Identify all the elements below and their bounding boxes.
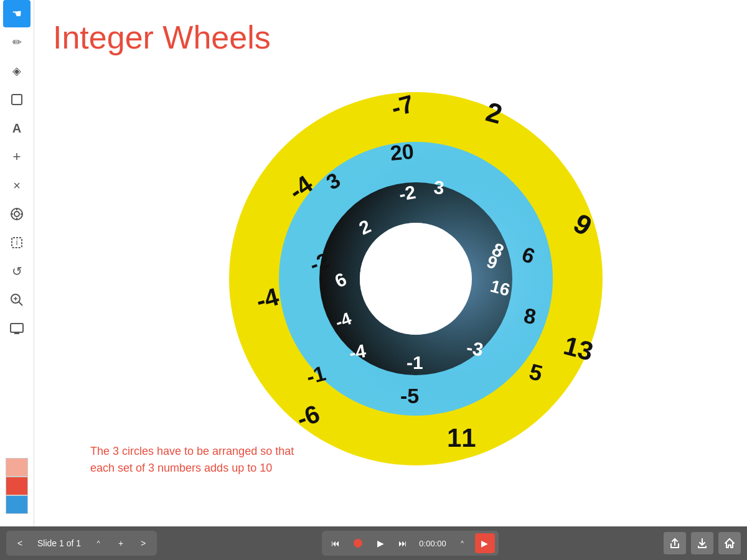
svg-text:11: 11	[447, 423, 476, 452]
target-tool-button[interactable]	[3, 200, 31, 228]
rewind-button[interactable]: ⏮	[326, 533, 345, 553]
svg-line-10	[19, 302, 22, 306]
pen-tool-button[interactable]: ✏	[3, 29, 31, 56]
close-tool-button[interactable]: ×	[3, 172, 31, 199]
shape-icon	[11, 93, 23, 106]
integer-wheels-svg: -7 2 9 13 11 -6 -4 -4	[217, 80, 615, 478]
screen-tool-button[interactable]	[3, 315, 31, 342]
time-display: 0:00:00	[415, 539, 449, 548]
svg-text:i: i	[16, 238, 18, 247]
add-slide-button[interactable]: +	[111, 533, 131, 553]
svg-rect-13	[11, 324, 23, 332]
description-text: The 3 circles have to be arranged so tha…	[90, 443, 294, 477]
wheel-container: -7 2 9 13 11 -6 -4 -4	[217, 80, 615, 478]
download-icon	[697, 538, 708, 549]
svg-rect-0	[12, 95, 22, 105]
svg-text:-1: -1	[406, 352, 423, 373]
add-tool-button[interactable]: +	[3, 143, 31, 170]
time-up-button[interactable]: ^	[453, 533, 472, 553]
share-button[interactable]	[664, 532, 686, 554]
description-line2: each set of 3 numbers adds up to 10	[90, 462, 272, 474]
svg-text:3: 3	[433, 177, 445, 198]
screen-icon	[10, 323, 24, 334]
red-swatch[interactable]	[6, 477, 28, 495]
slide-area: -7 2 9 13 11 -6 -4 -4	[53, 62, 728, 514]
shape-tool-button[interactable]	[3, 86, 31, 113]
description-line1: The 3 circles have to be arranged so tha…	[90, 445, 294, 457]
hand-tool-button[interactable]: ☚	[3, 0, 31, 27]
blue-swatch[interactable]	[6, 495, 28, 514]
bottom-toolbar: < Slide 1 of 1 ^ + > ⏮ ▶ ⏭ 0:00:00 ^ ▶	[0, 526, 747, 560]
prev-slide-button[interactable]: <	[10, 533, 30, 553]
target-icon	[10, 207, 24, 221]
undo-tool-button[interactable]: ↺	[3, 258, 31, 285]
download-button[interactable]	[691, 532, 713, 554]
text-tool-button[interactable]: A	[3, 114, 31, 142]
play-red-button[interactable]: ▶	[475, 533, 495, 553]
svg-point-2	[14, 212, 19, 217]
toolbar-right-group	[664, 532, 741, 554]
info-icon: i	[11, 236, 23, 249]
chevron-up-icon: ^	[96, 539, 100, 547]
next-slide-button[interactable]: >	[133, 533, 153, 553]
sidebar: ☚ ✏ ◈ A + × i ↺	[0, 0, 34, 526]
svg-text:-5: -5	[400, 384, 419, 408]
main-content: Integer Wheels	[34, 0, 747, 526]
light-salmon-swatch[interactable]	[6, 458, 28, 477]
home-icon	[724, 538, 735, 549]
fast-forward-button[interactable]: ⏭	[393, 533, 413, 553]
share-icon	[669, 538, 680, 549]
record-button[interactable]	[348, 533, 368, 553]
svg-point-22	[360, 223, 472, 335]
home-button[interactable]	[718, 532, 741, 554]
slide-up-button[interactable]: ^	[88, 533, 108, 553]
svg-text:-2: -2	[397, 182, 417, 205]
svg-text:-3: -3	[464, 337, 484, 360]
play-button[interactable]: ▶	[370, 533, 390, 553]
zoom-tool-button[interactable]	[3, 286, 31, 314]
svg-text:20: 20	[389, 139, 415, 165]
record-dot-icon	[354, 539, 362, 548]
slide-nav-group: < Slide 1 of 1 ^ + >	[6, 531, 157, 556]
color-swatches	[6, 458, 28, 526]
info-tool-button[interactable]: i	[3, 229, 31, 256]
slide-title: Integer Wheels	[53, 19, 728, 56]
eraser-tool-button[interactable]: ◈	[3, 57, 31, 85]
slide-info: Slide 1 of 1	[32, 538, 86, 548]
zoom-icon	[10, 293, 24, 307]
playback-group: ⏮ ▶ ⏭ 0:00:00 ^ ▶	[322, 531, 498, 556]
